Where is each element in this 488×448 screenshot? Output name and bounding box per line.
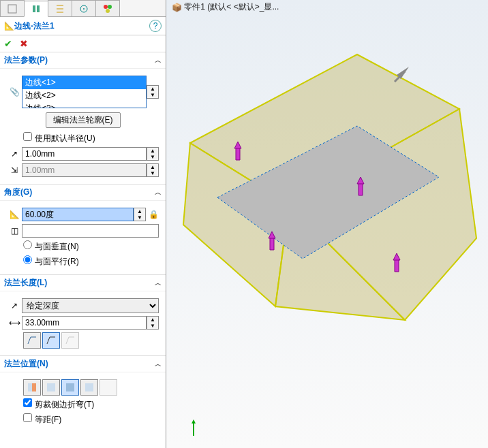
edge-item[interactable]: 边线<3>: [22, 102, 146, 108]
length-ref-inner[interactable]: [42, 332, 60, 349]
svg-rect-0: [8, 5, 16, 13]
edit-profile-button[interactable]: 编辑法兰轮廓(E): [46, 112, 121, 128]
svg-rect-2: [37, 5, 40, 12]
3d-viewport[interactable]: 📦 零件1 (默认< <默认>_显...: [166, 0, 488, 448]
feature-title: 边线-法兰1: [14, 20, 149, 32]
collapse-icon[interactable]: ︿: [155, 278, 162, 288]
cancel-button[interactable]: ✖: [20, 38, 28, 49]
ok-button[interactable]: ✔: [4, 38, 12, 49]
length-icon: ⟷: [7, 318, 22, 327]
tab-properties[interactable]: [24, 1, 48, 17]
radius-icon: ↗: [7, 149, 22, 159]
svg-point-6: [108, 5, 112, 9]
pos-opt-4[interactable]: [80, 379, 98, 396]
tab-tree[interactable]: [48, 0, 72, 16]
panel-tabs: [0, 0, 166, 17]
section-params-label: 法兰参数(P): [4, 54, 48, 66]
use-default-radius-check[interactable]: 使用默认半径(U): [23, 132, 95, 144]
section-position-label: 法兰位置(N): [4, 358, 48, 370]
svg-marker-23: [270, 237, 274, 250]
section-position-header[interactable]: 法兰位置(N) ︿: [0, 355, 166, 372]
angle-icon: 📐: [7, 210, 22, 219]
pos-opt-3[interactable]: [61, 379, 79, 396]
svg-marker-19: [236, 147, 240, 160]
svg-rect-9: [32, 383, 36, 391]
list-scroll[interactable]: ▲▼: [147, 85, 159, 99]
svg-rect-10: [47, 383, 55, 391]
pos-opt-2[interactable]: [42, 379, 60, 396]
length-type-select[interactable]: 给定深度: [22, 298, 159, 313]
tab-feature[interactable]: [0, 0, 25, 16]
tab-target[interactable]: [72, 0, 96, 16]
collapse-icon[interactable]: ︿: [155, 56, 162, 65]
feature-icon: 📐: [4, 21, 14, 31]
svg-rect-11: [66, 383, 74, 391]
pos-opt-5[interactable]: [100, 379, 117, 396]
equal-check[interactable]: 等距(F): [23, 413, 61, 426]
svg-marker-21: [359, 182, 363, 195]
section-params-header[interactable]: 法兰参数(P) ︿: [0, 52, 166, 69]
gap-icon: ⇲: [7, 165, 22, 175]
angle-input[interactable]: [22, 208, 134, 221]
gap-spinner: ▲▼: [147, 163, 159, 177]
trim-check[interactable]: 剪裁侧边折弯(T): [23, 398, 94, 411]
edge-item[interactable]: 边线<2>: [22, 89, 146, 102]
edge-item[interactable]: 边线<1>: [22, 76, 146, 89]
direction-icon[interactable]: ↗: [7, 301, 22, 310]
section-angle-header[interactable]: 角度(G) ︿: [0, 184, 166, 201]
parallel-radio[interactable]: 与面平行(R): [23, 255, 79, 268]
svg-rect-12: [85, 383, 93, 391]
length-spinner[interactable]: ▲▼: [147, 316, 159, 330]
angle-spinner[interactable]: ▲▼: [134, 208, 146, 221]
radius-spinner[interactable]: ▲▼: [147, 147, 159, 161]
svg-point-5: [104, 5, 108, 9]
gap-input: [22, 163, 147, 177]
length-ref-tangent[interactable]: [61, 332, 79, 349]
help-icon[interactable]: ?: [149, 20, 162, 32]
ref-face-icon: ◫: [7, 226, 22, 236]
svg-marker-30: [192, 419, 196, 423]
length-input[interactable]: [22, 316, 147, 330]
svg-point-4: [83, 8, 85, 10]
collapse-icon[interactable]: ︿: [155, 188, 162, 197]
edge-listbox[interactable]: 边线<1> 边线<2> 边线<3>: [22, 76, 147, 108]
tab-appearance[interactable]: [95, 0, 120, 16]
svg-rect-13: [104, 383, 112, 391]
pos-opt-1[interactable]: [23, 379, 41, 396]
collapse-icon[interactable]: ︿: [155, 359, 162, 369]
ref-face-input[interactable]: [22, 224, 159, 238]
svg-rect-8: [28, 383, 32, 391]
svg-marker-25: [395, 259, 399, 272]
section-length-label: 法兰长度(L): [4, 277, 47, 289]
edge-selection-icon: 📎: [7, 87, 22, 97]
property-panel: 📐 边线-法兰1 ? ✔ ✖ 法兰参数(P) ︿ 📎 边线<1> 边线<2> 边…: [0, 0, 166, 448]
lock-icon[interactable]: 🔒: [149, 210, 159, 219]
svg-point-7: [106, 9, 110, 13]
perp-radio[interactable]: 与面垂直(N): [23, 240, 79, 253]
section-length-header[interactable]: 法兰长度(L) ︿: [0, 274, 166, 291]
length-ref-outer[interactable]: [23, 332, 41, 349]
svg-rect-1: [33, 5, 35, 12]
section-angle-label: 角度(G): [4, 187, 32, 198]
radius-input[interactable]: [22, 147, 147, 161]
